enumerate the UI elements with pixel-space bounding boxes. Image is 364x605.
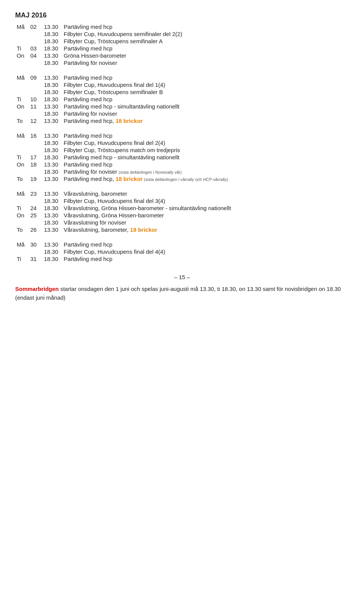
- event-text-plain: Partävling för noviser: [64, 60, 117, 66]
- event-description: Partävling med hcp, 18 brickor (sista de…: [62, 175, 349, 182]
- event-text-plain: Partävling med hcp: [64, 45, 112, 52]
- day-abbr: On: [15, 212, 29, 219]
- schedule-row: Ti1018.30Partävling med hcp: [15, 96, 349, 103]
- day-abbr: [15, 30, 29, 38]
- event-text-plain: Filbyter Cup, Huvudcupens semifinaler de…: [64, 31, 182, 37]
- week-table-2: Må1613.30Partävling med hcp18.30Filbyter…: [15, 132, 349, 182]
- day-abbr: [15, 88, 29, 96]
- event-description: Filbyter Cup, Tröstcupens semifinaler B: [62, 88, 349, 96]
- day-abbr: [15, 110, 29, 117]
- event-extra-note: (sista deltävlingen i vårrally och HCP-v…: [143, 177, 228, 182]
- event-description: Partävling med hcp: [62, 255, 349, 262]
- day-num: [29, 81, 42, 88]
- event-description: Våravslutning för noviser: [62, 219, 349, 226]
- event-text-plain: Filbyter Cup, Tröstcupens match om tredj…: [64, 147, 180, 153]
- event-time: 13.30: [42, 117, 62, 124]
- event-description: Partävling för noviser: [62, 110, 349, 117]
- event-description: Våravslutning, barometer, 18 brickor: [62, 226, 349, 233]
- event-description: Filbyter Cup, Huvudcupens final del 2(4): [62, 139, 349, 146]
- event-description: Partävling för noviser: [62, 59, 349, 66]
- event-time: 13.30: [42, 226, 62, 233]
- day-abbr: Må: [15, 190, 29, 197]
- schedule-row: 18.30Filbyter Cup, Huvudcupens final del…: [15, 81, 349, 88]
- event-description: Partävling med hcp: [62, 96, 349, 103]
- event-description: Filbyter Cup, Tröstcupens match om tredj…: [62, 146, 349, 154]
- schedule-row: On2513.30Våravslutning, Gröna Hissen-bar…: [15, 212, 349, 219]
- event-description: Filbyter Cup, Tröstcupens semifinaler A: [62, 38, 349, 45]
- day-abbr: Ti: [15, 204, 29, 212]
- day-num: 23: [29, 190, 42, 197]
- schedule-row: 18.30Filbyter Cup, Huvudcupens final del…: [15, 139, 349, 146]
- day-abbr: On: [15, 52, 29, 59]
- schedule-row: 18.30Filbyter Cup, Huvudcupens final del…: [15, 197, 349, 204]
- event-time: 13.30: [42, 212, 62, 219]
- schedule-row: 18.30Partävling för noviser: [15, 59, 349, 66]
- day-num: 31: [29, 255, 42, 262]
- event-time: 18.30: [42, 204, 62, 212]
- day-abbr: [15, 248, 29, 255]
- day-abbr: On: [15, 161, 29, 168]
- week-table-4: Må3013.30Partävling med hcp18.30Filbyter…: [15, 241, 349, 262]
- day-abbr: [15, 197, 29, 204]
- day-num: [29, 139, 42, 146]
- event-time: 18.30: [42, 146, 62, 154]
- schedule-row: Må0213.30Partävling med hcp: [15, 23, 349, 30]
- schedule-row: 18.30Filbyter Cup, Huvudcupens final del…: [15, 248, 349, 255]
- day-abbr: Ti: [15, 45, 29, 52]
- event-text-plain: Våravslutning för noviser: [64, 219, 126, 226]
- day-num: [29, 30, 42, 38]
- schedule-row: 18.30Filbyter Cup, Tröstcupens semifinal…: [15, 38, 349, 45]
- week-table-3: Må2313.30Våravslutning, barometer18.30Fi…: [15, 190, 349, 233]
- day-num: 24: [29, 204, 42, 212]
- event-time: 13.30: [42, 74, 62, 81]
- day-num: 19: [29, 175, 42, 182]
- event-text-plain: Filbyter Cup, Huvudcupens final del 2(4): [64, 140, 165, 146]
- event-description: Partävling för noviser (sista deltävling…: [62, 168, 349, 175]
- event-time: 18.30: [42, 255, 62, 262]
- day-abbr: Ti: [15, 96, 29, 103]
- schedule-row: Ti3118.30Partävling med hcp: [15, 255, 349, 262]
- schedule-row: Må0913.30Partävling med hcp: [15, 74, 349, 81]
- schedule-row: Ti2418.30Våravslutning, Gröna Hissen-bar…: [15, 204, 349, 212]
- day-num: 04: [29, 52, 42, 59]
- event-time: 13.30: [42, 175, 62, 182]
- event-time: 18.30: [42, 168, 62, 175]
- day-abbr: To: [15, 117, 29, 124]
- event-description: Filbyter Cup, Huvudcupens final del 4(4): [62, 248, 349, 255]
- event-description: Våravslutning, Gröna Hissen-barometer - …: [62, 204, 349, 212]
- event-text-plain: Filbyter Cup, Huvudcupens final del 1(4): [64, 82, 165, 88]
- schedule-row: Må1613.30Partävling med hcp: [15, 132, 349, 139]
- schedule-row: 18.30Filbyter Cup, Tröstcupens match om …: [15, 146, 349, 154]
- event-text-plain: Partävling med hcp: [64, 132, 112, 139]
- week-table-1: Må0913.30Partävling med hcp18.30Filbyter…: [15, 74, 349, 124]
- event-text-plain: Partävling med hcp: [64, 241, 112, 248]
- event-time: 18.30: [42, 59, 62, 66]
- schedule-row: Ti0318.30Partävling med hcp: [15, 45, 349, 52]
- day-abbr: To: [15, 175, 29, 182]
- event-description: Partävling med hcp, 18 brickor: [62, 117, 349, 124]
- footer-note: Sommarbridgen startar onsdagen den 1 jun…: [15, 285, 349, 302]
- schedule-row: 18.30Partävling för noviser: [15, 110, 349, 117]
- event-time: 13.30: [42, 190, 62, 197]
- day-num: [29, 219, 42, 226]
- day-num: 11: [29, 103, 42, 110]
- day-num: 25: [29, 212, 42, 219]
- day-num: [29, 146, 42, 154]
- event-text-plain: Partävling för noviser: [64, 168, 119, 175]
- event-description: Filbyter Cup, Huvudcupens semifinaler de…: [62, 30, 349, 38]
- day-num: [29, 88, 42, 96]
- event-time: 13.30: [42, 161, 62, 168]
- event-text-plain: Våravslutning, barometer,: [64, 226, 130, 233]
- day-abbr: [15, 139, 29, 146]
- event-text-plain: Partävling med hcp: [64, 256, 112, 262]
- event-time: 18.30: [42, 30, 62, 38]
- event-note: (sista deltävlingen i Novisrally vår): [119, 170, 182, 174]
- event-description: Våravslutning, Gröna Hissen-barometer: [62, 212, 349, 219]
- event-highlight: 18 brickor: [116, 118, 143, 124]
- schedule-row: To1913.30Partävling med hcp, 18 brickor …: [15, 175, 349, 182]
- day-abbr: Må: [15, 74, 29, 81]
- day-num: 02: [29, 23, 42, 30]
- event-description: Partävling med hcp: [62, 132, 349, 139]
- event-time: 18.30: [42, 248, 62, 255]
- event-time: 13.30: [42, 241, 62, 248]
